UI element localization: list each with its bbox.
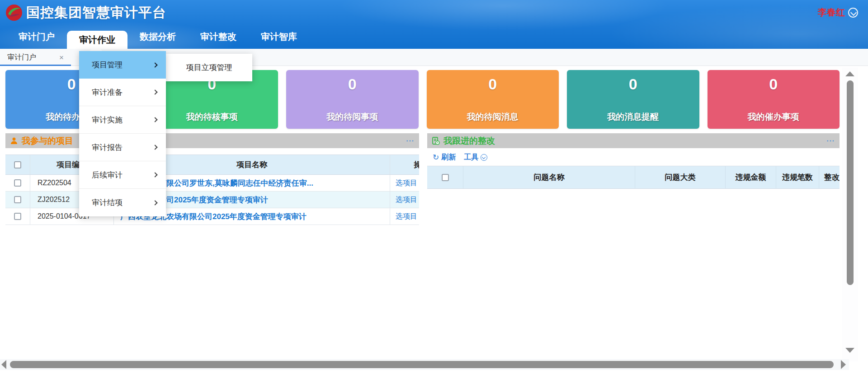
close-icon[interactable]: × (59, 54, 64, 61)
panel-my-projects: 我参与的项目 ... 项目编号 项目名称 操作 RZ202504 垦企业管理有限… (5, 133, 419, 357)
scroll-right-arrow-icon[interactable] (841, 360, 846, 369)
select-all-checkbox[interactable] (14, 161, 21, 168)
panel-title: 我跟进的整改 (443, 135, 495, 147)
vertical-scrollbar[interactable] (842, 68, 858, 361)
horizontal-scrollbar[interactable] (0, 359, 849, 370)
user-menu[interactable]: 李春红 (818, 6, 858, 19)
tools-label: 工具 (464, 153, 478, 162)
refresh-button[interactable]: ↻ 刷新 (433, 153, 456, 162)
menu-item-label: 审计结项 (92, 197, 123, 208)
menu-item-label: 后续审计 (92, 170, 123, 180)
user-name: 李春红 (818, 6, 845, 19)
card-label: 我的催办事项 (708, 111, 840, 123)
submenu-item-project-initiation[interactable]: 项目立项管理 (166, 54, 252, 81)
nav-item-audit-rectify[interactable]: 审计整改 (188, 25, 249, 49)
menu-item-label: 审计报告 (92, 142, 123, 153)
nav-item-audit-knowledge[interactable]: 审计智库 (249, 25, 309, 49)
chevron-right-icon (152, 200, 157, 205)
menu-item-audit-report[interactable]: 审计报告 (79, 134, 166, 161)
chevron-right-icon (152, 117, 157, 122)
col-rectify-overdue: 整改超期 (819, 166, 840, 188)
card-value: 0 (567, 75, 699, 93)
menu-item-follow-up-audit[interactable]: 后续审计 (79, 161, 166, 189)
card-value: 0 (708, 75, 840, 93)
scroll-down-arrow-icon[interactable] (845, 348, 854, 353)
main-nav: 审计门户 审计作业 数据分析 审计整改 审计智库 (6, 25, 309, 49)
col-issue-category: 问题大类 (635, 166, 726, 188)
panel-header: 我参与的项目 ... (5, 133, 419, 148)
nav-item-audit-portal[interactable]: 审计门户 (6, 25, 67, 49)
select-all-checkbox[interactable] (442, 174, 449, 181)
chevron-right-icon (152, 89, 157, 94)
tab-audit-portal[interactable]: 审计门户 × (0, 49, 71, 66)
panel-title: 我参与的项目 (22, 135, 73, 147)
table-header-row: 问题名称 问题大类 违规金额 违规笔数 整改超期 (427, 166, 840, 189)
col-action: 操作 (390, 155, 419, 174)
menu-item-audit-preparation[interactable]: 审计准备 (79, 79, 166, 106)
col-issue-name: 问题名称 (463, 166, 635, 188)
app-logo-icon (5, 4, 23, 21)
chevron-down-icon (481, 154, 487, 161)
refresh-label: 刷新 (441, 153, 456, 162)
row-checkbox[interactable] (14, 179, 21, 187)
menu-item-audit-closing[interactable]: 审计结项 (79, 189, 166, 216)
card-urging-items[interactable]: 0 我的催办事项 (708, 70, 840, 129)
chevron-right-icon (152, 172, 157, 177)
chevron-right-icon (152, 145, 157, 150)
table-header-row: 项目编号 项目名称 操作 (5, 155, 419, 175)
row-checkbox[interactable] (14, 196, 21, 203)
more-options-icon[interactable]: ... (406, 139, 415, 143)
menu-item-audit-implementation[interactable]: 审计实施 (79, 106, 166, 134)
table-row[interactable]: 2025-0104-0617 广西农垦龙北农场有限公司2025年度资金管理专项审… (5, 208, 419, 225)
rectify-toolbar: ↻ 刷新 工具 (427, 148, 840, 166)
scroll-left-arrow-icon[interactable] (1, 360, 6, 369)
menu-item-project-management[interactable]: 项目管理 (79, 51, 166, 79)
card-value: 0 (286, 75, 419, 93)
card-label: 我的消息提醒 (567, 111, 699, 123)
more-options-icon[interactable]: ... (826, 139, 835, 143)
tools-button[interactable]: 工具 (464, 153, 487, 162)
select-project-link[interactable]: 选项目 (396, 178, 417, 188)
card-label: 我的待阅消息 (427, 111, 559, 123)
horizontal-scrollbar-thumb[interactable] (10, 361, 834, 368)
nav-item-data-analysis[interactable]: 数据分析 (127, 25, 188, 49)
col-violation-count: 违规笔数 (776, 166, 819, 188)
card-to-read-messages[interactable]: 0 我的待阅消息 (427, 70, 559, 129)
scroll-up-arrow-icon[interactable] (845, 71, 854, 76)
person-icon (10, 137, 18, 145)
card-label: 我的待阅事项 (286, 111, 419, 123)
rectify-table: 问题名称 问题大类 违规金额 违规笔数 整改超期 (427, 166, 840, 189)
card-to-read-items[interactable]: 0 我的待阅事项 (286, 70, 419, 129)
project-management-submenu: 项目立项管理 (166, 54, 252, 81)
chevron-down-icon (848, 8, 858, 18)
menu-item-label: 审计准备 (92, 87, 123, 98)
row-checkbox[interactable] (14, 213, 21, 220)
audit-work-dropdown: 项目管理 审计准备 审计实施 审计报告 后续审计 审计结项 (79, 51, 166, 216)
chevron-right-icon (152, 62, 157, 67)
page-title: 国控集团智慧审计平台 (26, 4, 166, 22)
select-project-link[interactable]: 选项目 (396, 195, 417, 205)
refresh-icon: ↻ (433, 153, 439, 162)
tab-label: 审计门户 (7, 53, 36, 62)
document-clock-icon (432, 137, 440, 145)
table-row[interactable]: RZ202504 垦企业管理有限公司罗世东,莫咏麟同志任中经济责任审... 选项… (5, 175, 419, 192)
projects-table: 项目编号 项目名称 操作 RZ202504 垦企业管理有限公司罗世东,莫咏麟同志… (5, 154, 419, 225)
select-project-link[interactable]: 选项目 (396, 212, 417, 221)
panel-header: 我跟进的整改 ... (427, 133, 840, 148)
vertical-scrollbar-thumb[interactable] (847, 80, 854, 285)
card-value: 0 (427, 75, 559, 93)
panel-my-rectifications: 我跟进的整改 ... ↻ 刷新 工具 问题名称 问题大类 违规金额 违规笔数 整… (427, 133, 840, 357)
table-row[interactable]: ZJ202512 业管理有限公司2025年度资金管理专项审计 选项目 (5, 192, 419, 208)
menu-item-label: 项目管理 (92, 60, 123, 70)
menu-item-label: 审计实施 (92, 115, 123, 125)
card-message-reminders[interactable]: 0 我的消息提醒 (567, 70, 699, 129)
col-violation-amount: 违规金额 (726, 166, 776, 188)
